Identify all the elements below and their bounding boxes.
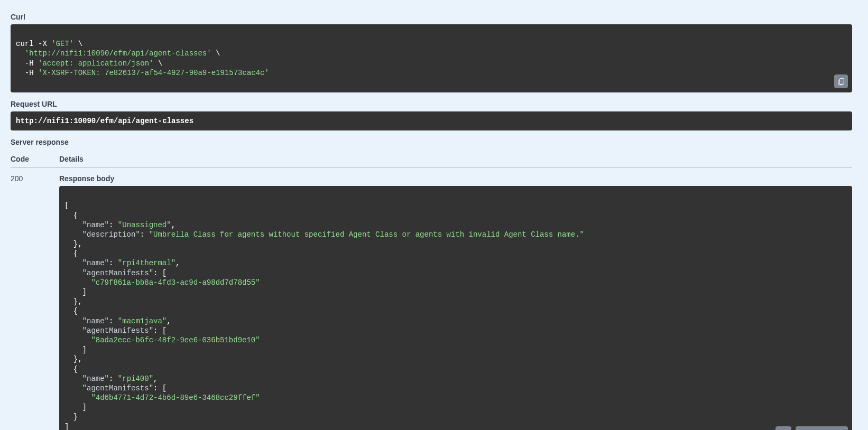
json-text: "macm1java" <box>118 317 167 325</box>
json-text: }, <box>64 240 82 248</box>
json-text: : <box>140 230 149 239</box>
download-button[interactable]: Download <box>796 426 848 430</box>
request-url-label: Request URL <box>11 100 852 108</box>
json-text: "agentManifests" <box>64 384 153 392</box>
json-text: "Unassigned" <box>118 221 171 229</box>
json-text: , <box>167 317 171 325</box>
json-text: { <box>64 365 78 373</box>
json-text: }, <box>64 297 82 306</box>
curl-text: \ <box>73 40 82 48</box>
json-text: "description" <box>64 230 140 239</box>
json-text: : <box>109 317 118 325</box>
code-column-header: Code <box>11 155 59 163</box>
response-body-label: Response body <box>59 174 852 183</box>
json-text: { <box>64 211 78 220</box>
json-text: "name" <box>64 259 109 267</box>
json-text: "name" <box>64 221 109 229</box>
json-text: : <box>109 221 118 229</box>
svg-rect-0 <box>839 79 844 85</box>
json-text: } <box>64 413 78 421</box>
json-text: ] <box>64 345 87 354</box>
json-text: "rpi400" <box>118 375 153 383</box>
details-column-header: Details <box>59 155 852 163</box>
json-text: { <box>64 307 78 315</box>
json-text: "8ada2ecc-b6fc-48f2-9ee6-036b51bd9e10" <box>64 336 260 344</box>
json-text: : [ <box>153 384 167 392</box>
status-code: 200 <box>11 174 59 430</box>
json-text: "name" <box>64 317 109 325</box>
copy-response-button[interactable] <box>775 426 791 430</box>
json-text: : [ <box>153 269 167 277</box>
json-text: "agentManifests" <box>64 269 153 277</box>
curl-text: 'http://nifi1:10090/efm/api/agent-classe… <box>25 49 211 58</box>
json-text: "4d6b4771-4d72-4b6d-89e6-3468cc29ffef" <box>64 394 260 402</box>
json-text: : [ <box>153 326 167 335</box>
clipboard-icon <box>837 77 845 86</box>
json-text: , <box>176 259 180 267</box>
json-text: }, <box>64 355 82 363</box>
json-text: , <box>153 375 158 383</box>
curl-label: Curl <box>11 13 852 21</box>
json-text: { <box>64 249 78 258</box>
curl-text: \ <box>153 59 162 68</box>
json-text: , <box>171 221 176 229</box>
json-text: "c79f861a-bb8a-4fd3-ac9d-a98dd7d78d55" <box>64 278 260 287</box>
curl-code-block: curl -X 'GET' \ 'http://nifi1:10090/efm/… <box>11 24 852 92</box>
response-body-block: [ { "name": "Unassigned", "description":… <box>59 186 852 430</box>
json-text: "name" <box>64 375 109 383</box>
json-text: : <box>109 375 118 383</box>
server-response-label: Server response <box>11 138 852 146</box>
curl-text: \ <box>211 49 220 58</box>
curl-text: -H <box>16 59 38 68</box>
json-text: [ <box>64 201 69 210</box>
json-text: "agentManifests" <box>64 326 153 335</box>
json-text: ] <box>64 403 87 412</box>
curl-text: 'GET' <box>51 40 73 48</box>
request-url-value: http://nifi1:10090/efm/api/agent-classes <box>11 111 852 130</box>
json-text: "Umbrella Class for agents without speci… <box>149 230 584 239</box>
curl-text <box>16 49 25 58</box>
json-text: ] <box>64 288 87 296</box>
json-text: "rpi4thermal" <box>118 259 176 267</box>
curl-text: 'accept: application/json' <box>38 59 153 68</box>
curl-text: -H <box>16 69 38 77</box>
curl-text: 'X-XSRF-TOKEN: 7e826137-af54-4927-90a9-e… <box>38 69 269 77</box>
json-text: : <box>109 259 118 267</box>
response-table-header: Code Details <box>11 151 852 168</box>
curl-text: curl -X <box>16 40 51 48</box>
response-row: 200 Response body [ { "name": "Unassigne… <box>11 174 852 430</box>
json-text: ] <box>64 423 69 430</box>
copy-curl-button[interactable] <box>834 74 848 88</box>
